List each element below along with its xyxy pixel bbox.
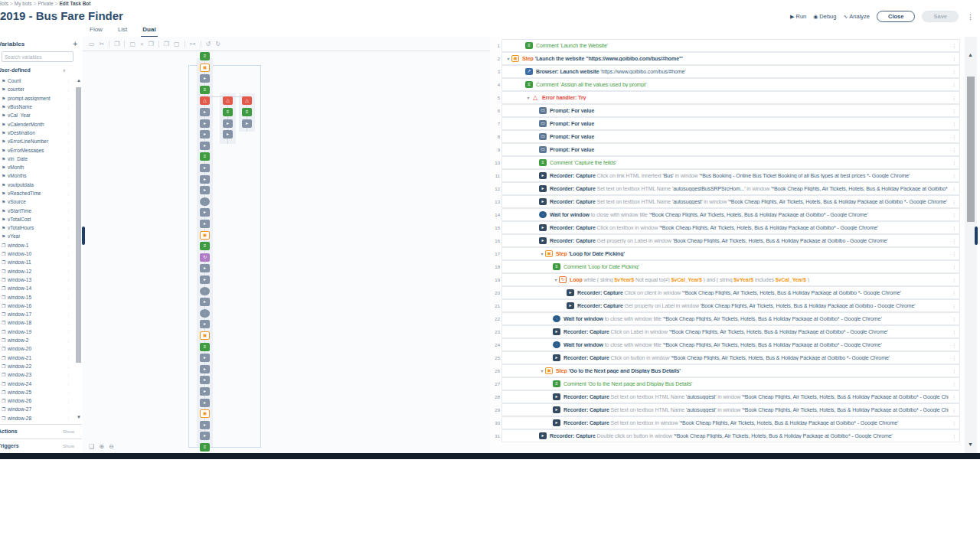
variable-row[interactable]: ⚑vTotalHours⋮: [0, 223, 73, 232]
variable-row[interactable]: ❐window-17⋮: [0, 310, 73, 318]
action-row[interactable]: 25▸Recorder: Capture Click on button in …: [490, 352, 960, 364]
search-variables-input[interactable]: [2, 51, 74, 62]
row-options-icon[interactable]: ⋮: [952, 147, 956, 152]
variable-options-icon[interactable]: ⋮: [67, 79, 70, 83]
action-row[interactable]: 19▾↻Loop while ( string $vYear$ Not equa…: [490, 274, 960, 285]
variable-options-icon[interactable]: ⋮: [67, 295, 70, 299]
variable-row[interactable]: ❐window-19⋮: [0, 328, 73, 336]
action-row[interactable]: 27≡Comment 'Go to the Next page and Disp…: [490, 378, 960, 390]
variable-options-icon[interactable]: ⋮: [67, 243, 70, 247]
variable-row[interactable]: ⚑vYear⋮: [0, 232, 73, 240]
action-row-card[interactable]: ▸Recorder: Capture Click on Label in win…: [501, 325, 960, 338]
flow-node-action[interactable]: ▸: [200, 142, 210, 150]
cut-icon[interactable]: ✂: [100, 41, 105, 47]
variable-options-icon[interactable]: ⋮: [67, 130, 70, 135]
flow-node-action[interactable]: ▸: [200, 74, 210, 83]
row-options-icon[interactable]: ⋮: [952, 212, 956, 217]
action-row[interactable]: 10≡Comment 'Capture the feilds'⋮: [490, 157, 960, 168]
flow-node-loop[interactable]: ↻: [200, 253, 210, 262]
flow-node-action[interactable]: ▸: [200, 186, 210, 194]
action-row-card[interactable]: ▭Prompt: For value⋮: [501, 117, 960, 130]
more-options-icon[interactable]: ⋮: [967, 13, 974, 21]
bottom-scrollbar[interactable]: [0, 453, 980, 459]
row-options-icon[interactable]: ⋮: [952, 95, 956, 100]
collapse-section-icon[interactable]: ∧: [63, 67, 66, 73]
row-options-icon[interactable]: ⋮: [952, 82, 956, 87]
action-row-card[interactable]: ≡Comment 'Launch the Website'⋮: [501, 39, 960, 52]
row-options-icon[interactable]: ⋮: [952, 251, 956, 256]
redo-icon[interactable]: ↻: [215, 41, 220, 47]
variable-row[interactable]: ❐window-25⋮: [0, 388, 73, 396]
variable-options-icon[interactable]: ⋮: [67, 156, 70, 161]
variable-options-icon[interactable]: ⋮: [67, 252, 70, 256]
variable-row[interactable]: ❐window-28⋮: [0, 414, 73, 422]
collapse-caret-icon[interactable]: ▾: [505, 56, 511, 61]
flow-node-action[interactable]: ▸: [200, 220, 210, 228]
flow-canvas[interactable]: ≡▣▸≡△▸▸▸▸≡▸▸▸·▸▸▣≡↻▸▸·▸·▸▣≡▸▸▸▸▸▣▸▸≡△≡▸▸…: [83, 51, 490, 453]
action-row-card[interactable]: ▾▣Step 'Launch the website "https://www.…: [501, 52, 960, 65]
undo-icon[interactable]: ↺: [206, 41, 211, 47]
flow-node-comment[interactable]: ≡: [200, 343, 210, 351]
row-options-icon[interactable]: ⋮: [952, 186, 956, 191]
breadcrumb-item[interactable]: Bots: [0, 1, 8, 6]
paste-icon[interactable]: ▢: [129, 41, 136, 47]
flow-node-comment[interactable]: ≡: [200, 242, 210, 250]
action-row[interactable]: 21▸Recorder: Capture Get property on Lab…: [490, 300, 960, 311]
list-scrollbar[interactable]: ▲ ▼: [965, 37, 977, 453]
row-options-icon[interactable]: ⋮: [952, 43, 956, 48]
action-row[interactable]: 5▾△Error handler: Try⋮: [490, 92, 960, 103]
action-row-card[interactable]: ▸Recorder: Capture Set text on textbox i…: [501, 416, 960, 429]
variable-options-icon[interactable]: ⋮: [67, 381, 70, 386]
variable-options-icon[interactable]: ⋮: [67, 303, 70, 308]
variable-row[interactable]: ❐window-27⋮: [0, 405, 73, 413]
marquee-select-icon[interactable]: ▭: [89, 41, 95, 47]
variable-row[interactable]: ❐window-10⋮: [0, 249, 73, 258]
variable-options-icon[interactable]: ⋮: [67, 399, 70, 403]
action-row[interactable]: 31▸Recorder: Capture Double click on but…: [490, 430, 960, 442]
flow-node-action[interactable]: ▸: [200, 387, 210, 396]
flow-node-comment[interactable]: ≡: [200, 443, 210, 452]
variable-options-icon[interactable]: ⋮: [67, 416, 70, 420]
tab-list[interactable]: List: [116, 24, 129, 37]
tab-flow[interactable]: Flow: [88, 24, 104, 37]
variable-row[interactable]: ⚑vTotalCost⋮: [0, 215, 73, 223]
row-options-icon[interactable]: ⋮: [952, 342, 956, 347]
row-options-icon[interactable]: ⋮: [952, 329, 956, 334]
variable-options-icon[interactable]: ⋮: [67, 277, 70, 282]
flow-node-action[interactable]: ▸: [200, 399, 210, 407]
row-options-icon[interactable]: ⋮: [952, 433, 956, 439]
variable-options-icon[interactable]: ⋮: [67, 200, 70, 204]
action-row[interactable]: 2▾▣Step 'Launch the website "https://www…: [490, 53, 960, 64]
actions-show-link[interactable]: Show: [63, 429, 74, 434]
flow-node-action[interactable]: ▸: [200, 130, 210, 139]
variable-row[interactable]: ⚑vCalenderMonth⋮: [0, 119, 73, 128]
action-row-card[interactable]: ·Wait for window to close with window ti…: [501, 312, 960, 325]
actions-footer-row[interactable]: Actions Show: [0, 424, 82, 439]
action-row[interactable]: 17▾▣Step 'Loop for Date Picking'⋮: [490, 248, 960, 259]
row-options-icon[interactable]: ⋮: [952, 69, 956, 74]
list-scrollbar-thumb[interactable]: [967, 77, 975, 222]
variable-options-icon[interactable]: ⋮: [67, 329, 70, 334]
flow-node-try[interactable]: △: [242, 96, 252, 105]
variable-row[interactable]: ⚑vMonth⋮: [0, 163, 73, 171]
action-row-card[interactable]: ▸Recorder: Capture Set text on textbox H…: [501, 390, 960, 403]
list-scroll-down-icon[interactable]: ▼: [968, 442, 973, 447]
row-options-icon[interactable]: ⋮: [952, 381, 956, 386]
link-icon[interactable]: ⊶: [190, 41, 196, 47]
action-row-card[interactable]: ▸Recorder: Capture Click on link HTML in…: [501, 169, 960, 182]
variable-row[interactable]: ⚑vReachedTime⋮: [0, 189, 73, 197]
action-row[interactable]: 30▸Recorder: Capture Set text on textbox…: [490, 417, 960, 429]
copy-icon[interactable]: ❐: [114, 41, 119, 47]
variable-options-icon[interactable]: ⋮: [67, 165, 70, 170]
variable-row[interactable]: ⚑voutputdata⋮: [0, 181, 73, 189]
row-options-icon[interactable]: ⋮: [952, 56, 956, 61]
flow-node-action[interactable]: ▸: [200, 432, 210, 440]
action-row[interactable]: 14·Wait for window to close with window …: [490, 209, 960, 220]
variables-scroll-down-icon[interactable]: ▼: [77, 415, 81, 419]
flow-node-comment[interactable]: ≡: [200, 86, 210, 94]
variable-options-icon[interactable]: ⋮: [67, 234, 70, 239]
action-row[interactable]: 1≡Comment 'Launch the Website'⋮: [490, 40, 960, 51]
action-row[interactable]: 7▭Prompt: For value⋮: [490, 118, 960, 129]
tab-dual[interactable]: Dual: [141, 24, 157, 37]
run-button[interactable]: ▶Run: [790, 13, 806, 20]
